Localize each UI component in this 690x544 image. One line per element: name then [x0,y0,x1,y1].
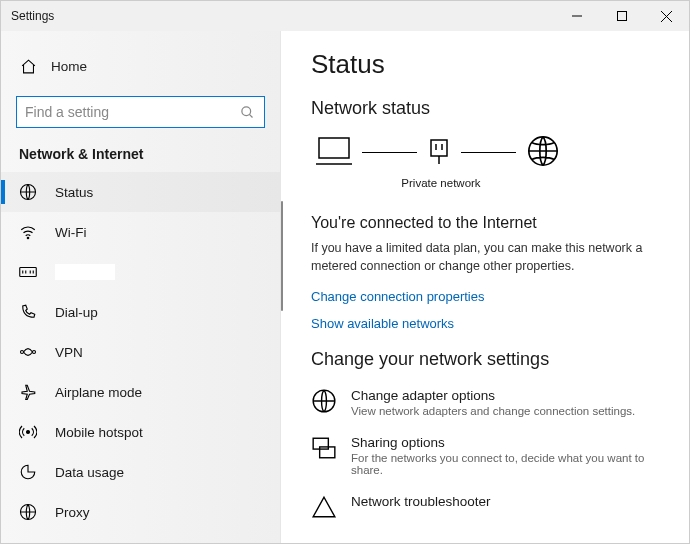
option-sharing[interactable]: Sharing options For the networks you con… [311,435,659,476]
svg-point-15 [27,431,30,434]
ethernet-icon [19,263,37,281]
sidebar-item-label: Wi-Fi [55,225,86,240]
option-sub: For the networks you connect to, decide … [351,452,659,476]
option-sub: View network adapters and change connect… [351,405,635,417]
sidebar-item-label: Status [55,185,93,200]
connector-line [362,152,417,154]
adapter-icon [311,388,337,417]
page-title: Status [311,49,659,80]
home-icon [19,57,37,75]
sidebar-item-proxy[interactable]: Proxy [1,492,280,532]
sidebar-item-label: Data usage [55,465,124,480]
sidebar-item-label: Airplane mode [55,385,142,400]
sidebar-item-hotspot[interactable]: Mobile hotspot [1,412,280,452]
minimize-button[interactable] [554,1,599,31]
vpn-icon [19,343,37,361]
main-panel: Status Network status Private network Yo… [281,31,689,543]
computer-icon [316,135,352,170]
connected-heading: You're connected to the Internet [311,214,659,232]
svg-point-7 [27,237,29,239]
link-show-networks[interactable]: Show available networks [311,316,659,331]
home-label: Home [51,59,87,74]
search-icon [238,103,256,121]
svg-line-5 [249,114,252,117]
search-input[interactable]: Find a setting [16,96,265,128]
proxy-icon [19,503,37,521]
sidebar-item-wifi[interactable]: Wi-Fi [1,212,280,252]
sidebar-item-datausage[interactable]: Data usage [1,452,280,492]
svg-point-4 [241,106,250,115]
window-title: Settings [1,9,54,23]
sidebar-item-dialup[interactable]: Dial-up [1,292,280,332]
svg-rect-17 [319,138,349,158]
network-diagram [311,134,659,171]
wifi-icon [19,223,37,241]
sidebar-item-ethernet[interactable] [1,252,280,292]
maximize-button[interactable] [599,1,644,31]
svg-rect-1 [617,12,626,21]
network-caption: Private network [311,177,571,189]
close-button[interactable] [644,1,689,31]
sidebar-item-label: Dial-up [55,305,98,320]
svg-point-13 [21,351,24,354]
option-title: Sharing options [351,435,659,450]
datausage-icon [19,463,37,481]
option-title: Network troubleshooter [351,494,491,509]
sidebar-item-vpn[interactable]: VPN [1,332,280,372]
status-icon [19,183,37,201]
troubleshoot-icon [311,494,337,523]
search-placeholder: Find a setting [25,104,238,120]
sidebar-item-status[interactable]: Status [1,172,280,212]
option-adapter[interactable]: Change adapter options View network adap… [311,388,659,417]
connected-body: If you have a limited data plan, you can… [311,240,659,275]
home-nav[interactable]: Home [1,46,280,86]
sidebar-category: Network & Internet [1,146,280,172]
sidebar-item-label [55,264,115,280]
titlebar: Settings [1,1,689,31]
sharing-icon [311,435,337,464]
dialup-icon [19,303,37,321]
router-icon [427,136,451,169]
sidebar: Home Find a setting Network & Internet S… [1,31,281,543]
sidebar-item-label: VPN [55,345,83,360]
airplane-icon [19,383,37,401]
globe-icon [526,134,560,171]
link-change-properties[interactable]: Change connection properties [311,289,659,304]
sidebar-item-label: Mobile hotspot [55,425,143,440]
hotspot-icon [19,423,37,441]
svg-point-14 [33,351,36,354]
section-change-settings: Change your network settings [311,349,659,370]
connector-line [461,152,516,154]
svg-rect-19 [431,140,447,156]
option-troubleshooter[interactable]: Network troubleshooter [311,494,659,523]
sidebar-item-airplane[interactable]: Airplane mode [1,372,280,412]
option-title: Change adapter options [351,388,635,403]
section-network-status: Network status [311,98,659,119]
sidebar-item-label: Proxy [55,505,90,520]
